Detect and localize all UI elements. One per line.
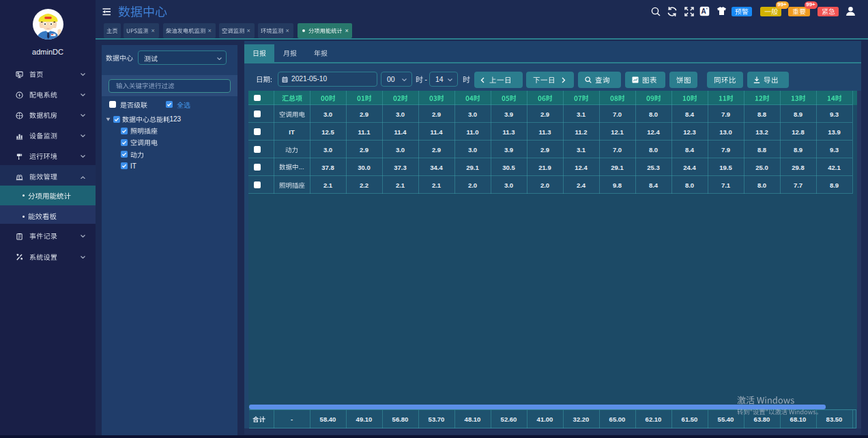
svg-text:A: A (701, 8, 706, 15)
